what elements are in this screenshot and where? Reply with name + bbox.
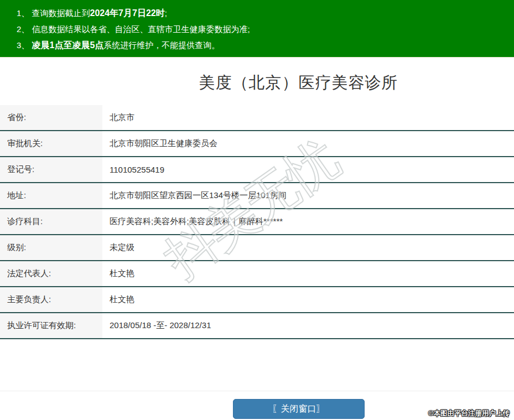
- row-value: 北京市: [102, 105, 514, 130]
- row-value: 医疗美容科;美容外科;美容皮肤科｜麻醉科******: [102, 209, 514, 234]
- notice-line-text: 1、 查询数据截止到: [17, 8, 90, 18]
- title-row: 美度（北京）医疗美容诊所: [0, 58, 514, 105]
- close-window-button[interactable]: 〖关闭窗口〗: [233, 399, 365, 419]
- row-label: 级别:: [0, 235, 102, 260]
- table-row: 审批机关: 北京市朝阳区卫生健康委员会: [0, 131, 514, 157]
- row-label: 主要负责人:: [0, 287, 102, 312]
- notice-line-text: 2、 信息数据结果以各省、自治区、直辖市卫生健康委数据为准;: [17, 24, 250, 34]
- table-row: 执业许可证有效期: 2018/05/18 -至- 2028/12/31: [0, 313, 514, 339]
- notice-line: 1、 查询数据截止到2024年7月7日22时;: [17, 5, 503, 21]
- notice-line: 2、 信息数据结果以各省、自治区、直辖市卫生健康委数据为准;: [17, 21, 503, 37]
- table-row: 主要负责人: 杜文艳: [0, 287, 514, 313]
- row-label: 诊疗科目:: [0, 209, 102, 234]
- row-label: 登记号:: [0, 157, 102, 182]
- clinic-info-table: 省份: 北京市 审批机关: 北京市朝阳区卫生健康委员会 登记号: 1101052…: [0, 105, 514, 339]
- notice-line-bold-text: 2024年7月7日22时: [90, 8, 165, 18]
- clinic-name-title: 美度（北京）医疗美容诊所: [199, 74, 398, 91]
- upload-credit-watermark: ©本图由平台注册用户上传: [428, 409, 510, 418]
- row-label: 审批机关:: [0, 131, 102, 156]
- row-label: 法定代表人:: [0, 261, 102, 286]
- table-row: 法定代表人: 杜文艳: [0, 261, 514, 287]
- row-value: 北京市朝阳区卫生健康委员会: [102, 131, 514, 156]
- notice-line-suffix: 系统进行维护，不能提供查询。: [103, 40, 220, 50]
- notice-line-bold-text: 凌晨1点至凌晨5点: [32, 40, 104, 50]
- row-value: 110105255419: [102, 157, 514, 182]
- row-label: 省份:: [0, 105, 102, 130]
- table-row: 省份: 北京市: [0, 105, 514, 131]
- row-value: 2018/05/18 -至- 2028/12/31: [102, 313, 514, 338]
- table-row: 级别: 未定级: [0, 235, 514, 261]
- table-row: 地址: 北京市朝阳区望京西园一区134号楼一层101房间: [0, 183, 514, 209]
- table-row: 登记号: 110105255419: [0, 157, 514, 183]
- row-label: 地址:: [0, 183, 102, 208]
- notice-line-text: 3、: [17, 40, 32, 50]
- row-value: 杜文艳: [102, 287, 514, 312]
- row-value: 杜文艳: [102, 261, 514, 286]
- table-row: 诊疗科目: 医疗美容科;美容外科;美容皮肤科｜麻醉科******: [0, 209, 514, 235]
- notice-banner: 1、 查询数据截止到2024年7月7日22时; 2、 信息数据结果以各省、自治区…: [0, 0, 514, 58]
- notice-line-suffix: ;: [165, 8, 167, 18]
- row-label: 执业许可证有效期:: [0, 313, 102, 338]
- notice-line: 3、 凌晨1点至凌晨5点系统进行维护，不能提供查询。: [17, 37, 503, 53]
- row-value: 北京市朝阳区望京西园一区134号楼一层101房间: [102, 183, 514, 208]
- row-value: 未定级: [102, 235, 514, 260]
